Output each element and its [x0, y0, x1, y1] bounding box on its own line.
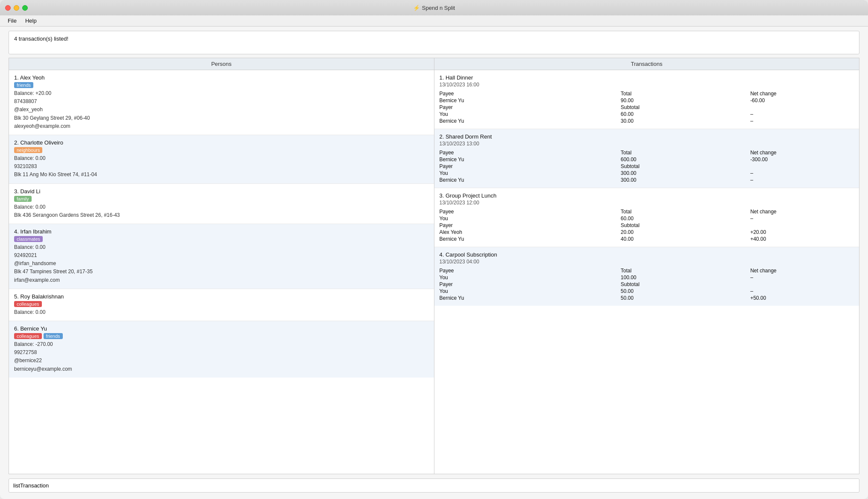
transaction-table: Payee Total Net change Bernice Yu 90.00 …	[440, 90, 854, 124]
list-item[interactable]: 2. Charlotte Oliveiro neighbours Balance…	[9, 135, 434, 184]
transaction-date: 13/10/2023 16:00	[440, 82, 854, 88]
list-item[interactable]: 3. Group Project Lunch 13/10/2023 12:00 …	[434, 188, 859, 247]
col-header-empty	[750, 163, 854, 170]
transaction-date: 13/10/2023 04:00	[440, 259, 854, 265]
person-details: Balance: 0.00 92492021 @irfan_handsome B…	[14, 243, 429, 284]
payer-netchange: –	[750, 170, 854, 177]
tag-neighbours: neighbours	[14, 147, 42, 153]
payer-netchange: –	[750, 111, 854, 118]
tag-colleagues: colleagues	[14, 301, 42, 307]
payer-name: Bernice Yu	[440, 295, 621, 301]
payee-name: You	[440, 274, 621, 281]
transaction-date: 13/10/2023 12:00	[440, 200, 854, 206]
payer-name: Bernice Yu	[440, 177, 621, 183]
list-item[interactable]: 3. David Li family Balance: 0.00 Blk 436…	[9, 184, 434, 224]
col-header-subtotal: Subtotal	[621, 222, 750, 229]
col-header-netchange: Net change	[750, 90, 854, 97]
person-name: 3. David Li	[14, 188, 429, 195]
status-box: 4 transaction(s) listed!	[9, 31, 859, 54]
payer-name: Bernice Yu	[440, 236, 621, 242]
person-tags: neighbours	[14, 147, 429, 153]
payee-name: Bernice Yu	[440, 97, 621, 104]
menu-help[interactable]: Help	[21, 17, 41, 25]
col-header-total: Total	[621, 267, 750, 274]
transaction-title: 4. Carpool Subscription	[440, 251, 854, 258]
payer-netchange: +20.00	[750, 229, 854, 236]
col-header-payee: Payee	[440, 90, 621, 97]
person-details: Balance: -270.00 99272758 @bernice22 ber…	[14, 340, 429, 373]
list-item[interactable]: 4. Carpool Subscription 13/10/2023 04:00…	[434, 247, 859, 306]
payer-name: Alex Yeoh	[440, 229, 621, 236]
payer-subtotal: 40.00	[621, 236, 750, 242]
persons-panel: Persons 1. Alex Yeoh friends Balance: +2…	[9, 58, 434, 474]
person-tags: friends	[14, 82, 429, 88]
tag-classmates: classmates	[14, 236, 43, 242]
status-text: 4 transaction(s) listed!	[14, 35, 854, 42]
command-area	[9, 478, 859, 493]
command-input[interactable]	[9, 478, 859, 493]
app-icon: ⚡	[413, 5, 420, 11]
total-value: 600.00	[621, 156, 750, 163]
menu-file[interactable]: File	[3, 17, 21, 25]
window-title: ⚡ Spend n Split	[413, 5, 455, 11]
col-header-payer: Payer	[440, 281, 621, 288]
person-name: 5. Roy Balakrishnan	[14, 293, 429, 300]
list-item[interactable]: 1. Alex Yeoh friends Balance: +20.00 874…	[9, 70, 434, 135]
payer-name: Bernice Yu	[440, 118, 621, 124]
list-item[interactable]: 6. Bernice Yu colleagues friends Balance…	[9, 321, 434, 378]
list-item[interactable]: 4. Irfan Ibrahim classmates Balance: 0.0…	[9, 224, 434, 289]
transaction-table: Payee Total Net change Bernice Yu 600.00…	[440, 149, 854, 183]
col-header-payee: Payee	[440, 208, 621, 215]
person-details: Balance: +20.00 87438807 @alex_yeoh Blk …	[14, 89, 429, 130]
col-header-empty	[750, 222, 854, 229]
payer-subtotal: 50.00	[621, 295, 750, 301]
total-value: 100.00	[621, 274, 750, 281]
payer-name: You	[440, 170, 621, 177]
person-tags: colleagues	[14, 301, 429, 307]
col-header-subtotal: Subtotal	[621, 281, 750, 288]
titlebar: ⚡ Spend n Split	[0, 0, 868, 15]
close-button[interactable]	[5, 5, 11, 11]
payer-subtotal: 300.00	[621, 170, 750, 177]
payee-name: Bernice Yu	[440, 156, 621, 163]
minimize-button[interactable]	[14, 5, 19, 11]
col-header-subtotal: Subtotal	[621, 163, 750, 170]
col-header-payee: Payee	[440, 149, 621, 156]
col-header-netchange: Net change	[750, 208, 854, 215]
person-tags: colleagues friends	[14, 333, 429, 339]
maximize-button[interactable]	[22, 5, 28, 11]
list-item[interactable]: 5. Roy Balakrishnan colleagues Balance: …	[9, 289, 434, 321]
col-header-netchange: Net change	[750, 267, 854, 274]
person-details: Balance: 0.00	[14, 308, 429, 316]
col-header-total: Total	[621, 90, 750, 97]
payer-netchange: –	[750, 177, 854, 183]
transactions-panel: Transactions 1. Hall Dinner 13/10/2023 1…	[434, 58, 860, 474]
payer-subtotal: 50.00	[621, 288, 750, 295]
transaction-table: Payee Total Net change You 100.00 – Paye…	[440, 267, 854, 301]
col-header-payee: Payee	[440, 267, 621, 274]
tag-family: family	[14, 196, 32, 202]
tag-friends: friends	[14, 82, 33, 88]
payer-subtotal: 20.00	[621, 229, 750, 236]
payee-name: You	[440, 215, 621, 222]
tag-colleagues: colleagues	[14, 333, 42, 339]
list-item[interactable]: 1. Hall Dinner 13/10/2023 16:00 Payee To…	[434, 70, 859, 129]
transaction-title: 2. Shared Dorm Rent	[440, 133, 854, 140]
payer-name: You	[440, 288, 621, 295]
payer-netchange: +50.00	[750, 295, 854, 301]
col-header-payer: Payer	[440, 222, 621, 229]
netchange-value: –	[750, 274, 854, 281]
tag-friends: friends	[44, 333, 63, 339]
col-header-subtotal: Subtotal	[621, 104, 750, 111]
person-name: 1. Alex Yeoh	[14, 74, 429, 81]
netchange-value: -300.00	[750, 156, 854, 163]
col-header-total: Total	[621, 149, 750, 156]
transaction-title: 3. Group Project Lunch	[440, 192, 854, 199]
list-item[interactable]: 2. Shared Dorm Rent 13/10/2023 13:00 Pay…	[434, 129, 859, 188]
payer-netchange: –	[750, 288, 854, 295]
col-header-empty	[750, 104, 854, 111]
col-header-payer: Payer	[440, 104, 621, 111]
total-value: 90.00	[621, 97, 750, 104]
menubar: File Help	[0, 15, 868, 27]
main-content: Persons 1. Alex Yeoh friends Balance: +2…	[9, 58, 859, 474]
